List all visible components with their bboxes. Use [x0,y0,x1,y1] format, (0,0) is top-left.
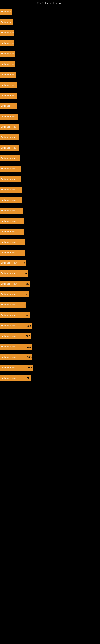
bar-row: Bottleneck result [0,248,100,257]
bar-row: Bottleneck result [0,186,100,194]
bar-row: Bottleneck re [0,39,100,48]
bar-label: Bottleneck res [1,115,15,118]
bar-row: Bottleneck result [0,228,100,236]
bar-label: Bottleneck result [1,230,17,233]
bar-value: 50 [26,293,28,296]
bar-row: 53.6Bottleneck result [0,342,100,351]
bar-label: Bottleneck re [1,52,14,55]
bar-label: Bottleneck result [1,220,17,222]
bar-row: Bottleneck result [0,238,100,246]
bar-row: Bottleneck res [0,112,100,121]
bar-row: Bottleneck re [0,102,100,110]
bar-row: Bottleneck result [0,206,100,215]
bar-row: 52.6Bottleneck result [0,332,100,340]
bar-label: Bottleneck resu [1,126,16,128]
bar-value: 53.9 [27,356,32,358]
bar-label: Bottleneck result [1,293,17,296]
bar-value: 53.3 [27,324,31,327]
bar-label: Bottleneck result [1,377,17,379]
bar-row: Bottleneck result [0,196,100,204]
bar-label: Bottleneck result [1,188,17,191]
bar-label: Bottleneck result [1,262,17,264]
chart-area: Bottleneck rBottleneck rBottleneck reBot… [0,6,100,386]
bar-label: Bottleneck result [1,241,17,243]
bar-row: Bottleneck r [0,8,100,16]
bar-row: 51.Bottleneck result [0,280,100,288]
bar-row: Bottleneck re [0,91,100,100]
bar-value: 52. [27,377,30,379]
bar-row: Bottleneck resu [0,133,100,142]
bar-label: Bottleneck resul [1,146,16,149]
bar-label: Bottleneck r [1,21,12,24]
bar-label: Bottleneck result [1,178,17,180]
bar-value: 51. [26,283,29,285]
bar-label: Bottleneck resu [1,136,16,139]
bar-label: Bottleneck result [1,324,17,327]
bar-row: 50Bottleneck result [0,290,100,299]
bar-label: Bottleneck result [1,282,17,285]
bar-row: 54.5Bottleneck result [0,364,100,372]
bar-row: Bottleneck re [0,81,100,89]
bar-value: 53.6 [27,346,31,348]
bar-label: Bottleneck result [1,356,17,358]
bar-value: 51. [26,314,29,316]
bar-label: Bottleneck re [1,94,14,97]
bar-label: Bottleneck re [1,63,14,66]
bar-label: Bottleneck re [1,32,14,34]
bar-label: Bottleneck result [1,304,17,306]
bar-row: 53.3Bottleneck result [0,322,100,330]
bar-value: 52.6 [26,335,30,338]
bar-label: Bottleneck r [1,10,12,13]
site-title: TheBottlenecker.com [0,0,100,6]
bar-row: 52.Bottleneck result [0,374,100,382]
bar-row: 51.Bottleneck result [0,311,100,320]
bar-label: Bottleneck re [1,84,14,86]
bar-label: Bottleneck result [1,251,17,254]
bar-label: Bottleneck result [1,168,17,170]
bar-row: Bottleneck re [0,50,100,58]
bar-row: Bottleneck r [0,18,100,26]
bar-row: 4Bottleneck result [0,259,100,267]
bar-value: 49 [25,272,27,275]
bar-value: 4 [24,262,25,264]
bar-row: Bottleneck result [0,217,100,226]
bar-label: Bottleneck result [1,314,17,316]
bar-label: Bottleneck result [1,272,17,275]
bar-label: Bottleneck re [1,105,14,107]
bar-label: Bottleneck result [1,345,17,348]
bar-label: Bottleneck re [1,42,14,44]
bar-row: 53.9Bottleneck result [0,353,100,362]
bar-row: Bottleneck result [0,175,100,184]
bar-row: Bottleneck re [0,70,100,79]
bar-row: Bottleneck re [0,28,100,37]
bar-row: Bottleneck result [0,154,100,162]
bar-label: Bottleneck result [1,335,17,338]
bar-label: Bottleneck result [1,157,17,160]
bar-label: Bottleneck result [1,209,17,212]
bar-label: Bottleneck result [1,366,17,369]
bar-row: Bottleneck resul [0,144,100,152]
bar-value: 54.5 [28,366,32,369]
bar-value: 4 [24,304,26,306]
bar-row: 49Bottleneck result [0,269,100,278]
bar-row: 4Bottleneck result [0,301,100,309]
bar-label: Bottleneck result [1,199,17,202]
bar-label: Bottleneck re [1,73,14,76]
bar-row: Bottleneck resu [0,123,100,131]
bar-row: Bottleneck re [0,60,100,68]
bar-row: Bottleneck result [0,164,100,173]
